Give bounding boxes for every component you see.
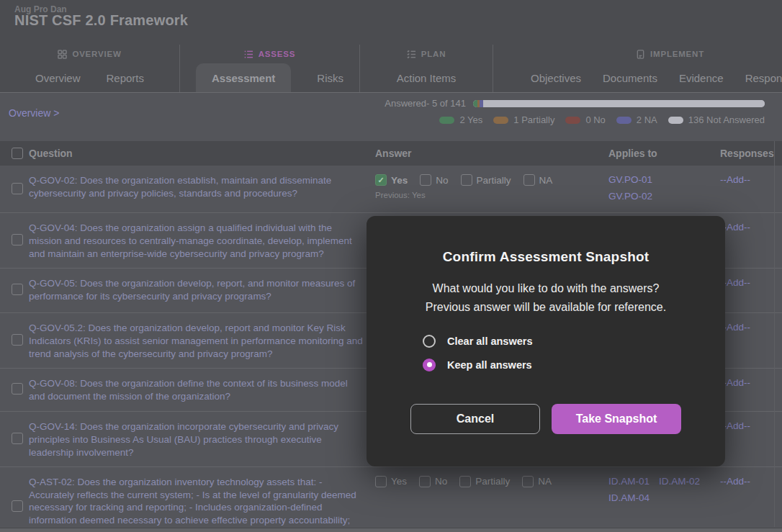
tab-documents[interactable]: Documents: [603, 63, 657, 92]
applies-link[interactable]: GV.PO-02: [608, 191, 652, 202]
breadcrumb[interactable]: Overview >: [9, 107, 59, 119]
add-response-link[interactable]: --Add--: [720, 420, 782, 431]
answer-option-no[interactable]: No: [419, 476, 447, 487]
table-row: Q-AST-02: Does the organization inventor…: [0, 467, 782, 532]
grid-icon: [58, 50, 67, 59]
row-checkbox[interactable]: [12, 500, 23, 512]
answer-option-yes[interactable]: Yes: [375, 476, 407, 487]
tab-evidence[interactable]: Evidence: [679, 63, 724, 92]
add-response-link[interactable]: --Add--: [720, 322, 782, 333]
progress-seg-not-answered: [483, 100, 765, 107]
legend-item-na: 2 NA: [616, 114, 657, 125]
legend-item-yes: 2 Yes: [439, 114, 482, 125]
legend-swatch: [493, 117, 508, 124]
take-snapshot-button[interactable]: Take Snapshot: [552, 404, 681, 434]
dialog-message-line: Previous answer will be available for re…: [367, 298, 725, 317]
answer-option-partially[interactable]: Partially: [461, 174, 511, 186]
nav-group-label-text: OVERVIEW: [72, 50, 121, 58]
summary-bar: Overview > Answered- 5 of 141 2 Yes 1 Pa…: [0, 93, 782, 141]
answers-legend: 2 Yes 1 Partially 0 No 2 NA 136 Not Answ…: [385, 114, 765, 125]
question-text: Q-AST-02: Does the organization inventor…: [29, 476, 375, 532]
answered-count-label: Answered- 5 of 141: [385, 98, 466, 109]
applies-link[interactable]: ID.AM-01: [608, 476, 650, 487]
progress-summary: Answered- 5 of 141 2 Yes 1 Partially 0 N…: [385, 98, 765, 125]
applies-to-cell: ID.AM-01 ID.AM-02 ID.AM-04: [608, 476, 720, 503]
tab-responsibilities[interactable]: Responsi: [745, 63, 782, 92]
confirm-snapshot-dialog: Confirm Assessment Snapshot What would y…: [367, 216, 725, 466]
radio-unselected-icon[interactable]: [423, 335, 436, 348]
add-response-link[interactable]: --Add--: [720, 476, 782, 487]
row-checkbox[interactable]: [12, 433, 23, 444]
checkbox[interactable]: [461, 174, 472, 186]
nav-group-plan: PLAN Action Items: [360, 45, 493, 92]
legend-item-not-answered: 136 Not Answered: [668, 114, 765, 125]
nav-group-implement-label: IMPLEMENT: [558, 45, 782, 63]
legend-item-partially: 1 Partially: [493, 114, 554, 125]
legend-swatch: [668, 117, 683, 124]
radio-clear-all-answers[interactable]: Clear all answers: [423, 335, 725, 348]
applies-link[interactable]: ID.AM-02: [659, 476, 700, 487]
tab-reports[interactable]: Reports: [106, 63, 144, 92]
checkbox[interactable]: [522, 476, 534, 487]
answers-progress-bar: [473, 100, 765, 107]
tab-objectives[interactable]: Objectives: [531, 63, 581, 92]
row-checkbox[interactable]: [12, 183, 23, 194]
radio-selected-icon[interactable]: [423, 359, 436, 371]
answer-option-na[interactable]: NA: [523, 174, 553, 186]
row-checkbox[interactable]: [12, 334, 23, 346]
page-title: NIST CSF 2.0 Framework: [14, 12, 188, 29]
tab-overview[interactable]: Overview: [35, 63, 81, 92]
answer-option-na[interactable]: NA: [522, 476, 552, 487]
tab-assessment[interactable]: Assessment: [196, 63, 291, 92]
nav-group-implement: IMPLEMENT Objectives Documents Evidence …: [493, 45, 782, 92]
nav-group-overview: OVERVIEW Overview Reports: [0, 45, 180, 92]
previous-answer-label: Previous: Yes: [375, 191, 608, 199]
horizontal-scrollbar[interactable]: [0, 528, 782, 532]
applies-link[interactable]: ID.AM-04: [608, 492, 650, 503]
question-text: Q-GOV-08: Does the organization define t…: [29, 377, 375, 403]
answer-option-yes[interactable]: Yes: [375, 174, 408, 186]
row-checkbox[interactable]: [12, 284, 23, 295]
dialog-actions: Cancel Take Snapshot: [367, 404, 725, 434]
question-text: Q-GOV-04: Does the organization assign a…: [29, 222, 375, 261]
answer-option-no[interactable]: No: [420, 174, 448, 186]
question-text: Q-GOV-14: Does the organization incorpor…: [29, 420, 375, 459]
table-right-divider: [774, 141, 775, 527]
table-row: Q-GOV-02: Does the organization establis…: [0, 166, 782, 213]
checkbox-checked[interactable]: [375, 174, 387, 186]
checkbox[interactable]: [419, 476, 431, 487]
answer-option-partially[interactable]: Partially: [459, 476, 510, 487]
nav-group-label-text: IMPLEMENT: [650, 50, 704, 58]
add-response-link[interactable]: --Add--: [720, 377, 782, 388]
column-header-responses: Responses: [720, 148, 782, 159]
legend-swatch: [616, 117, 632, 124]
add-response-link[interactable]: --Add--: [720, 222, 782, 233]
checkbox[interactable]: [420, 174, 431, 186]
answer-cell: Yes No Partially NA Previous: Yes: [375, 174, 608, 199]
row-checkbox[interactable]: [12, 383, 23, 395]
snapshot-options: Clear all answers Keep all answers: [423, 335, 725, 371]
checklist-icon: [407, 50, 416, 59]
tab-action-items[interactable]: Action Items: [397, 63, 457, 92]
checkbox[interactable]: [459, 476, 471, 487]
checkbox[interactable]: [375, 476, 387, 487]
add-response-link[interactable]: --Add--: [720, 277, 782, 288]
checkbox[interactable]: [523, 174, 535, 186]
row-checkbox[interactable]: [12, 234, 23, 245]
document-icon: [636, 50, 645, 59]
table-header: Question Answer Applies to Responses: [0, 141, 782, 166]
dialog-message: What would you like to do with the answe…: [367, 279, 725, 317]
radio-keep-all-answers[interactable]: Keep all answers: [423, 359, 725, 371]
answer-cell: Yes No Partially NA: [375, 476, 608, 487]
applies-link[interactable]: GV.PO-01: [608, 174, 652, 185]
legend-swatch: [565, 117, 580, 124]
tab-risks[interactable]: Risks: [317, 63, 343, 92]
nav-group-label-text: PLAN: [421, 50, 446, 58]
add-response-link[interactable]: --Add--: [720, 174, 782, 185]
nav-group-assess-label: ASSESS: [180, 45, 359, 63]
dialog-title: Confirm Assessment Snapshot: [367, 249, 725, 265]
question-text: Q-GOV-05: Does the organization develop,…: [29, 277, 375, 303]
select-all-checkbox[interactable]: [12, 148, 23, 159]
column-header-answer: Answer: [375, 148, 608, 159]
cancel-button[interactable]: Cancel: [410, 404, 540, 434]
